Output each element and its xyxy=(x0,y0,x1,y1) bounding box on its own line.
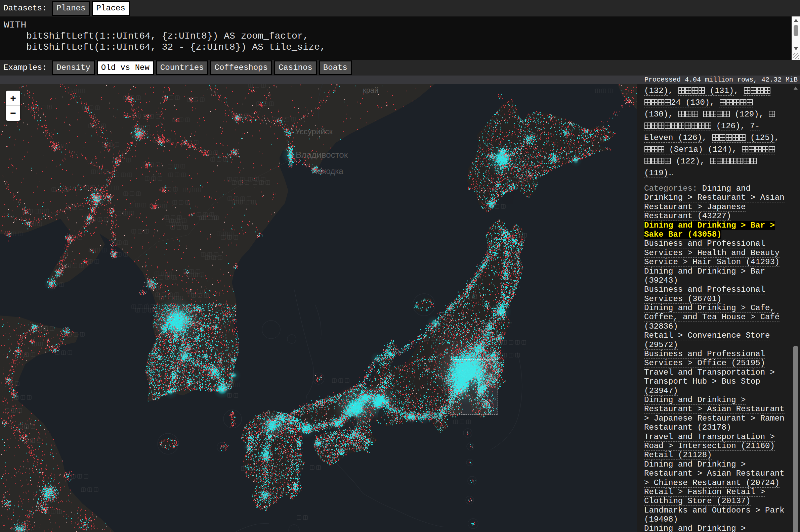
svg-text:Уссурийск: Уссурийск xyxy=(295,127,333,136)
svg-text:Находка: Находка xyxy=(312,167,343,175)
svg-text:край: край xyxy=(363,86,378,94)
svg-text:Владивосток: Владивосток xyxy=(296,150,348,160)
